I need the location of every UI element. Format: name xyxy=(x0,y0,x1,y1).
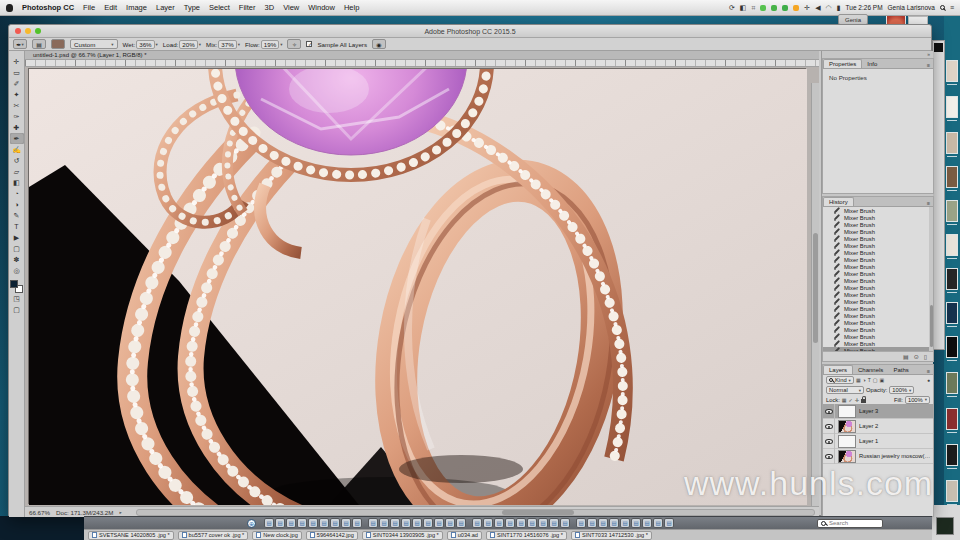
volume-icon[interactable]: ◀ xyxy=(815,4,820,12)
lasso-tool-icon[interactable]: ✐ xyxy=(10,78,24,89)
taskbar-app-icon[interactable]: ▤ xyxy=(412,518,422,528)
taskbar-app-icon[interactable]: ▤ xyxy=(576,518,586,528)
taskbar-app-icon[interactable]: ▤ xyxy=(472,518,482,528)
screen-mode-icon[interactable]: ▢ xyxy=(10,304,24,315)
taskbar-app-icon[interactable]: ▤ xyxy=(456,518,466,528)
panel-menu-icon[interactable]: ≡ xyxy=(927,62,933,68)
option-value[interactable]: 36% xyxy=(136,40,154,49)
filter-toggle-icon[interactable]: ● xyxy=(927,377,930,383)
taskbar-app-icon[interactable]: ▤ xyxy=(538,518,548,528)
file-tab[interactable]: SINT0344 13903905 .jpg * xyxy=(362,531,443,540)
opacity-value[interactable]: 100%▾ xyxy=(889,386,914,394)
tab-properties[interactable]: Properties xyxy=(823,59,862,68)
file-tab[interactable]: SINT1770 14516076 .jpg * xyxy=(486,531,567,540)
taskbar-app-icon[interactable]: ▤ xyxy=(549,518,559,528)
history-brush-tool-icon[interactable]: ↺ xyxy=(10,155,24,166)
taskbar-app-icon[interactable]: ▤ xyxy=(664,518,674,528)
pen-tool-icon[interactable]: ✎ xyxy=(10,210,24,221)
layer-row[interactable]: Russian jewelry moscow(DF) WRK j... xyxy=(823,449,933,464)
eyedropper-tool-icon[interactable]: ✑ xyxy=(10,111,24,122)
taskbar-app-icon[interactable]: ▤ xyxy=(434,518,444,528)
history-entry[interactable]: Mixer Brush xyxy=(823,326,933,333)
layer-row[interactable]: Layer 3 xyxy=(823,404,933,419)
crop-tool-icon[interactable]: ✂ xyxy=(10,100,24,111)
dock-collapse-icon[interactable]: » xyxy=(822,51,933,58)
lock-position-icon[interactable]: ✛ xyxy=(855,397,859,403)
window-titlebar[interactable]: Adobe Photoshop CC 2015.5 xyxy=(9,25,931,38)
filter-type-icon[interactable]: T xyxy=(868,377,871,383)
color-swatches[interactable] xyxy=(10,280,23,293)
taskbar-app-icon[interactable]: ▤ xyxy=(275,518,285,528)
file-tab[interactable]: SVETSANE 14020805 .jpg * xyxy=(88,531,174,540)
quick-mask-icon[interactable]: ◳ xyxy=(10,293,24,304)
mixer-brush-tool-icon[interactable]: ✒ xyxy=(10,133,24,144)
zoom-tool-icon[interactable]: ◎ xyxy=(10,265,24,276)
layer-thumbnail[interactable] xyxy=(838,450,856,463)
lock-transparent-icon[interactable]: ▦ xyxy=(842,397,847,403)
file-tab[interactable]: SINT7033 14712530 .jpg * xyxy=(571,531,652,540)
menu-item-help[interactable]: Help xyxy=(344,3,359,12)
history-scrollbar[interactable] xyxy=(929,207,933,351)
taskbar-app-icon[interactable]: ▤ xyxy=(620,518,630,528)
hand-tool-icon[interactable]: ✽ xyxy=(10,254,24,265)
taskbar-app-icon[interactable]: ▤ xyxy=(264,518,274,528)
gradient-tool-icon[interactable]: ◧ xyxy=(10,177,24,188)
taskbar-app-icon[interactable]: ▤ xyxy=(390,518,400,528)
history-entry[interactable]: Mixer Brush xyxy=(823,277,933,284)
history-entry[interactable]: Mixer Brush xyxy=(823,249,933,256)
new-document-from-state-icon[interactable]: ▤ xyxy=(903,353,909,360)
menu-item-image[interactable]: Image xyxy=(126,3,147,12)
combination-preset-select[interactable]: Custom▾ xyxy=(70,39,118,49)
history-entry[interactable]: Mixer Brush xyxy=(823,347,933,351)
option-value[interactable]: 37% xyxy=(218,40,236,49)
history-entry[interactable]: Mixer Brush xyxy=(823,256,933,263)
eraser-tool-icon[interactable]: ▱ xyxy=(10,166,24,177)
path-selection-tool-icon[interactable]: ▶ xyxy=(10,232,24,243)
taskbar-app-icon[interactable]: ▤ xyxy=(516,518,526,528)
option-value[interactable]: 20% xyxy=(179,40,197,49)
history-entry[interactable]: Mixer Brush xyxy=(823,340,933,347)
menu-item-edit[interactable]: Edit xyxy=(104,3,117,12)
type-tool-icon[interactable]: T xyxy=(10,221,24,232)
app-status-icon-green[interactable] xyxy=(760,5,766,11)
taskbar-app-icon[interactable]: ▤ xyxy=(642,518,652,528)
history-entry[interactable]: Mixer Brush xyxy=(823,242,933,249)
taskbar-app-icon[interactable]: ▤ xyxy=(297,518,307,528)
taskbar-app-icon[interactable]: ▤ xyxy=(308,518,318,528)
history-entry[interactable]: Mixer Brush xyxy=(823,270,933,277)
notification-center-icon[interactable]: ≡ xyxy=(950,4,954,11)
status-options-arrow[interactable]: ▸ xyxy=(119,510,121,515)
layer-visibility-cell[interactable] xyxy=(823,404,835,419)
delete-state-icon[interactable]: ▯ xyxy=(924,353,927,360)
taskbar-app-icon[interactable]: ▤ xyxy=(286,518,296,528)
menu-item-view[interactable]: View xyxy=(283,3,299,12)
history-entry[interactable]: Mixer Brush xyxy=(823,305,933,312)
taskbar-app-icon[interactable]: ▤ xyxy=(401,518,411,528)
menu-item-file[interactable]: File xyxy=(83,3,95,12)
taskbar-app-icon[interactable]: ▤ xyxy=(505,518,515,528)
filter-adjustment-icon[interactable]: ◑ xyxy=(863,377,866,383)
layer-thumbnail[interactable] xyxy=(838,420,856,433)
airbrush-icon[interactable]: ✧ xyxy=(287,39,301,49)
taskbar-app-icon[interactable]: ▤ xyxy=(483,518,493,528)
quick-selection-tool-icon[interactable]: ✦ xyxy=(10,89,24,100)
taskbar-app-icon[interactable]: ▤ xyxy=(598,518,608,528)
vertical-scrollbar[interactable] xyxy=(811,83,819,522)
history-entry[interactable]: Mixer Brush xyxy=(823,214,933,221)
brush-preset-picker[interactable]: ✒▾ xyxy=(13,39,27,49)
layer-visibility-cell[interactable] xyxy=(823,434,835,449)
shape-tool-icon[interactable]: ▢ xyxy=(10,243,24,254)
history-entry[interactable]: Mixer Brush xyxy=(823,221,933,228)
battery-icon[interactable]: ▮ xyxy=(837,4,841,12)
taskbar-app-icon[interactable]: ▤ xyxy=(653,518,663,528)
tab-channels[interactable]: Channels xyxy=(853,366,888,374)
taskbar-app-icon[interactable]: ▤ xyxy=(379,518,389,528)
display-icon[interactable]: ◧ xyxy=(740,4,747,12)
taskbar-app-icon[interactable]: ▤ xyxy=(319,518,329,528)
taskbar-search-box[interactable]: Search xyxy=(817,519,883,528)
layer-row[interactable]: Layer 2 xyxy=(823,419,933,434)
sample-all-layers-checkbox[interactable] xyxy=(306,41,312,47)
tab-paths[interactable]: Paths xyxy=(888,366,913,374)
menu-item-3d[interactable]: 3D xyxy=(265,3,275,12)
apple-logo-icon[interactable] xyxy=(6,4,13,12)
